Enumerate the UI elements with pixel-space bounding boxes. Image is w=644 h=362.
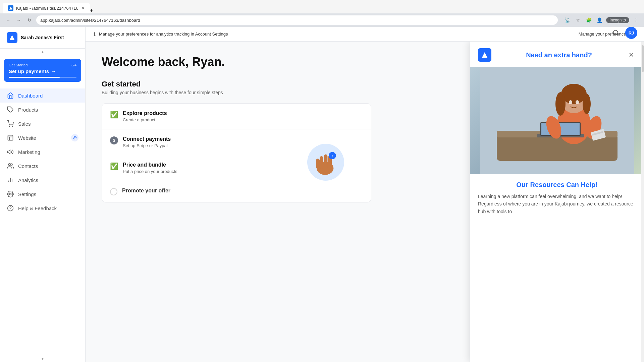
svg-marker-21	[482, 52, 488, 58]
svg-marker-1	[10, 35, 15, 40]
sidebar-item-products[interactable]: Products	[0, 103, 85, 117]
svg-rect-15	[320, 156, 323, 169]
contacts-label: Contacts	[18, 163, 38, 169]
address-bar[interactable]: app.kajabi.com/admin/sites/2147647163/da…	[36, 15, 558, 25]
sidebar-item-marketing[interactable]: Marketing	[0, 145, 85, 159]
step-connect[interactable]: $ Connect payments Set up Stripe or Payp…	[102, 129, 371, 155]
kajabi-logo	[7, 32, 17, 43]
get-started-card[interactable]: Get Started 3/4 Set up payments →	[4, 59, 81, 82]
menu-button[interactable]: ⋮	[632, 16, 640, 24]
step-explore-desc: Create a product	[123, 117, 363, 122]
need-hand-panel: Need an extra hand? ✕	[470, 42, 644, 362]
svg-point-39	[613, 31, 618, 35]
settings-icon	[7, 190, 14, 198]
incognito-badge[interactable]: Incognito	[606, 17, 629, 23]
sales-icon	[7, 120, 14, 127]
site-name: Sarah Jonas's First	[21, 35, 64, 40]
forward-button[interactable]: →	[15, 16, 23, 24]
back-button[interactable]: ←	[4, 16, 12, 24]
refresh-button[interactable]: ↻	[25, 16, 34, 24]
user-avatar[interactable]: RJ	[625, 27, 637, 39]
toolbar-icons: 📡 ☆ 🧩 👤 Incognito ⋮	[563, 16, 640, 24]
get-started-progress-bar	[9, 77, 76, 78]
sidebar-item-sales[interactable]: Sales	[0, 117, 85, 131]
step-explore-check: ✅	[110, 111, 118, 119]
active-tab[interactable]: Kajabi - /admin/sites/214764716 ✕	[3, 3, 90, 13]
website-icon	[7, 134, 14, 141]
step-explore-title: Explore products	[123, 110, 363, 116]
svg-marker-7	[8, 150, 10, 154]
dashboard-body: Welcome back, Ryan. Get started Building…	[86, 42, 387, 216]
svg-point-4	[12, 126, 13, 127]
help-label: Help & Feedback	[18, 205, 57, 211]
nav-items: Dashboard Products Sales Website	[0, 86, 85, 356]
get-started-arrow: →	[51, 68, 56, 74]
svg-point-12	[10, 193, 11, 195]
profile-icon[interactable]: 👤	[595, 16, 603, 24]
sidebar: Sarah Jonas's First ▲ Get Started 3/4 Se…	[0, 27, 86, 362]
sidebar-header: Sarah Jonas's First	[0, 27, 85, 49]
svg-marker-0	[9, 7, 12, 10]
svg-point-8	[8, 164, 11, 166]
sidebar-item-dashboard[interactable]: Dashboard	[0, 88, 85, 103]
get-started-title-text: Set up payments	[9, 68, 49, 74]
scroll-up-indicator: ▲	[0, 49, 85, 55]
browser-toolbar: ← → ↻ app.kajabi.com/admin/sites/2147647…	[0, 13, 644, 27]
step-connect-check: $	[110, 136, 118, 144]
marketing-icon	[7, 148, 14, 156]
steps-card: ✅ Explore products Create a product $ Co…	[102, 103, 371, 202]
section-title: Get started	[102, 80, 371, 88]
step-promote-check	[110, 188, 117, 195]
svg-rect-16	[324, 155, 328, 169]
contacts-icon	[7, 162, 14, 170]
get-started-text: Get Started	[9, 63, 28, 67]
svg-point-35	[569, 100, 572, 104]
panel-image	[470, 67, 644, 174]
search-button[interactable]	[610, 27, 621, 38]
svg-point-3	[9, 126, 10, 127]
info-icon: ℹ	[94, 31, 96, 37]
svg-rect-5	[8, 135, 13, 140]
sales-label: Sales	[18, 121, 31, 127]
home-icon	[7, 92, 14, 99]
step-explore[interactable]: ✅ Explore products Create a product	[102, 104, 371, 129]
panel-header: Need an extra hand? ✕	[470, 42, 644, 62]
svg-point-28	[555, 92, 566, 116]
close-tab-button[interactable]: ✕	[81, 6, 85, 10]
step-promote[interactable]: Promote your offer	[102, 181, 371, 202]
app-header-right: RJ	[610, 27, 637, 39]
step-price-check: ✅	[110, 162, 118, 170]
cast-icon[interactable]: 📡	[563, 16, 571, 24]
sidebar-item-contacts[interactable]: Contacts	[0, 159, 85, 173]
sidebar-item-settings[interactable]: Settings	[0, 187, 85, 201]
products-icon	[7, 106, 14, 113]
get-started-label: Get Started 3/4	[9, 63, 76, 67]
notification-text: Manage your preferences for analytics tr…	[99, 32, 575, 37]
step-connect-title: Connect payments	[123, 136, 363, 142]
svg-line-40	[617, 34, 619, 36]
extensions-icon[interactable]: 🧩	[585, 16, 593, 24]
svg-point-6	[74, 137, 75, 138]
notification-banner: ℹ Manage your preferences for analytics …	[86, 27, 644, 42]
svg-rect-18	[316, 159, 320, 169]
browser-chrome: Kajabi - /admin/sites/214764716 ✕ + ← → …	[0, 0, 644, 27]
panel-body: Our Resources Can Help! Learning a new p…	[470, 174, 644, 222]
section-subtitle: Building your business begins with these…	[102, 90, 371, 95]
star-icon[interactable]: ☆	[574, 16, 582, 24]
step-promote-title: Promote your offer	[122, 188, 363, 194]
sidebar-item-help[interactable]: Help & Feedback	[0, 201, 85, 215]
get-started-title: Set up payments →	[9, 68, 76, 74]
sidebar-item-analytics[interactable]: Analytics	[0, 173, 85, 187]
step-explore-content: Explore products Create a product	[123, 110, 363, 122]
scrollbar-thumb[interactable]	[642, 45, 644, 72]
sidebar-item-website[interactable]: Website	[0, 131, 85, 145]
help-icon	[7, 204, 14, 212]
website-badge	[71, 134, 78, 141]
panel-scrollbar[interactable]	[641, 42, 644, 362]
panel-close-button[interactable]: ✕	[627, 50, 636, 60]
new-tab-button[interactable]: +	[90, 7, 93, 13]
get-started-section: Get started Building your business begin…	[102, 80, 371, 202]
products-label: Products	[18, 107, 38, 113]
step-promote-content: Promote your offer	[122, 188, 363, 195]
favicon	[8, 5, 13, 11]
